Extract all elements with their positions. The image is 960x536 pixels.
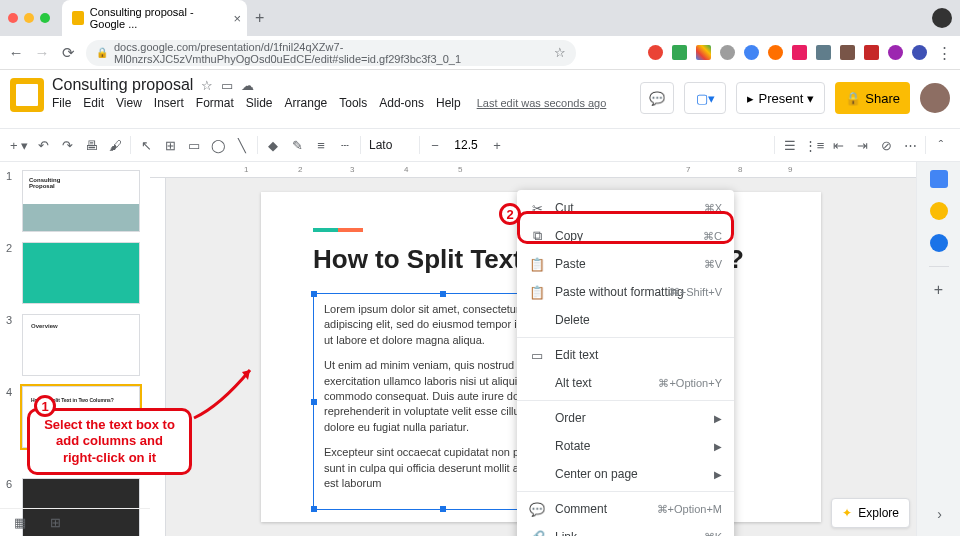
ext-icon[interactable] xyxy=(744,45,759,60)
ext-icon[interactable] xyxy=(696,45,711,60)
bulleted-list-button[interactable]: ☰ xyxy=(779,134,801,156)
line-tool[interactable]: ╲ xyxy=(231,134,253,156)
meet-button[interactable]: ▢▾ xyxy=(684,82,726,114)
paint-format-button[interactable]: 🖌 xyxy=(104,134,126,156)
ctx-cut[interactable]: ✂Cut⌘X xyxy=(517,194,734,222)
ext-icon[interactable] xyxy=(648,45,663,60)
reload-button[interactable]: ⟳ xyxy=(60,45,76,61)
ctx-comment[interactable]: 💬Comment⌘+Option+M xyxy=(517,495,734,523)
font-size-increase[interactable]: + xyxy=(486,134,508,156)
menu-view[interactable]: View xyxy=(116,96,142,110)
undo-button[interactable]: ↶ xyxy=(32,134,54,156)
border-color-button[interactable]: ✎ xyxy=(286,134,308,156)
star-icon[interactable]: ☆ xyxy=(201,78,213,93)
fill-color-button[interactable]: ◆ xyxy=(262,134,284,156)
forward-button[interactable]: → xyxy=(34,45,50,61)
font-size-field[interactable]: 12.5 xyxy=(448,138,484,152)
keep-icon[interactable] xyxy=(930,202,948,220)
marker1-text: 1 xyxy=(41,399,48,414)
cloud-status-icon[interactable]: ☁ xyxy=(241,78,254,93)
menu-help[interactable]: Help xyxy=(436,96,461,110)
share-button[interactable]: 🔒 Share xyxy=(835,82,910,114)
close-tab-icon[interactable]: × xyxy=(233,11,241,26)
comment-icon: 💬 xyxy=(529,502,545,517)
border-weight-button[interactable]: ≡ xyxy=(310,134,332,156)
ext-icon[interactable] xyxy=(840,45,855,60)
print-button[interactable]: 🖶 xyxy=(80,134,102,156)
font-selector[interactable]: Lato xyxy=(365,138,415,152)
move-icon[interactable]: ▭ xyxy=(221,78,233,93)
ctx-shortcut: ⌘+Shift+V xyxy=(669,286,722,299)
shape-tool[interactable]: ◯ xyxy=(207,134,229,156)
ctx-paste-without-formatting[interactable]: 📋Paste without formatting⌘+Shift+V xyxy=(517,278,734,306)
calendar-icon[interactable] xyxy=(930,170,948,188)
redo-button[interactable]: ↷ xyxy=(56,134,78,156)
menu-file[interactable]: File xyxy=(52,96,71,110)
maximize-window-icon[interactable] xyxy=(40,13,50,23)
font-size-decrease[interactable]: − xyxy=(424,134,446,156)
ext-icon[interactable] xyxy=(768,45,783,60)
url-field[interactable]: 🔒 docs.google.com/presentation/d/1fnil24… xyxy=(86,40,576,66)
ext-icon[interactable] xyxy=(912,45,927,60)
menu-arrange[interactable]: Arrange xyxy=(285,96,328,110)
menu-edit[interactable]: Edit xyxy=(83,96,104,110)
slides-logo-icon[interactable] xyxy=(10,78,44,112)
ctx-paste[interactable]: 📋Paste⌘V xyxy=(517,250,734,278)
add-addon-icon[interactable]: + xyxy=(930,281,948,299)
slide-thumb-1[interactable]: 1 ConsultingProposal xyxy=(0,168,150,234)
menu-insert[interactable]: Insert xyxy=(154,96,184,110)
new-tab-button[interactable]: + xyxy=(255,9,264,27)
menu-slide[interactable]: Slide xyxy=(246,96,273,110)
bookmark-star-icon[interactable]: ☆ xyxy=(554,45,566,60)
border-dash-button[interactable]: ┄ xyxy=(334,134,356,156)
hide-menus-button[interactable]: ˆ xyxy=(930,134,952,156)
expand-side-panel-icon[interactable]: › xyxy=(937,506,942,522)
slide-thumb-3[interactable]: 3 Overview xyxy=(0,312,150,378)
tasks-icon[interactable] xyxy=(930,234,948,252)
ctx-copy[interactable]: ⧉Copy⌘C xyxy=(517,222,734,250)
ctx-rotate[interactable]: Rotate▶ xyxy=(517,432,734,460)
ext-icon[interactable] xyxy=(864,45,879,60)
ctx-edit-text[interactable]: ▭Edit text xyxy=(517,341,734,369)
clear-format-button[interactable]: ⊘ xyxy=(875,134,897,156)
ctx-order[interactable]: Order▶ xyxy=(517,404,734,432)
minimize-window-icon[interactable] xyxy=(24,13,34,23)
indent-increase-button[interactable]: ⇥ xyxy=(851,134,873,156)
slide-thumb-2[interactable]: 2 xyxy=(0,240,150,306)
browser-tab[interactable]: Consulting proposal - Google ... × xyxy=(62,0,247,36)
document-title[interactable]: Consulting proposal xyxy=(52,76,193,94)
ctx-center-on-page[interactable]: Center on page▶ xyxy=(517,460,734,488)
menu-tools[interactable]: Tools xyxy=(339,96,367,110)
ctx-alt-text[interactable]: Alt text⌘+Option+Y xyxy=(517,369,734,397)
numbered-list-button[interactable]: ⋮≡ xyxy=(803,134,825,156)
grid-view-icon-2[interactable]: ⊞ xyxy=(50,515,61,530)
last-edit-link[interactable]: Last edit was seconds ago xyxy=(477,97,607,109)
close-window-icon[interactable] xyxy=(8,13,18,23)
ext-icon[interactable] xyxy=(672,45,687,60)
indent-decrease-button[interactable]: ⇤ xyxy=(827,134,849,156)
ext-icon[interactable] xyxy=(720,45,735,60)
share-label: Share xyxy=(865,91,900,106)
chrome-profile-avatar[interactable] xyxy=(932,8,952,28)
ctx-link[interactable]: 🔗Link⌘K xyxy=(517,523,734,536)
grid-view-icon[interactable]: ▦ xyxy=(14,515,26,530)
account-avatar[interactable] xyxy=(920,83,950,113)
back-button[interactable]: ← xyxy=(8,45,24,61)
menu-format[interactable]: Format xyxy=(196,96,234,110)
comment-history-button[interactable]: 💬 xyxy=(640,82,674,114)
chevron-right-icon: ▶ xyxy=(714,469,722,480)
ext-icon[interactable] xyxy=(888,45,903,60)
ctx-delete[interactable]: Delete xyxy=(517,306,734,334)
chrome-menu-icon[interactable]: ⋮ xyxy=(936,45,952,61)
select-tool[interactable]: ↖ xyxy=(135,134,157,156)
ext-icon[interactable] xyxy=(792,45,807,60)
menu-addons[interactable]: Add-ons xyxy=(379,96,424,110)
explore-button[interactable]: ✦Explore xyxy=(831,498,910,528)
slides-favicon xyxy=(72,11,84,25)
textbox-tool[interactable]: ⊞ xyxy=(159,134,181,156)
present-button[interactable]: ▸ Present ▾ xyxy=(736,82,825,114)
toolbar-more-button[interactable]: ⋯ xyxy=(899,134,921,156)
image-tool[interactable]: ▭ xyxy=(183,134,205,156)
ext-icon[interactable] xyxy=(816,45,831,60)
new-slide-button[interactable]: + ▾ xyxy=(8,134,30,156)
